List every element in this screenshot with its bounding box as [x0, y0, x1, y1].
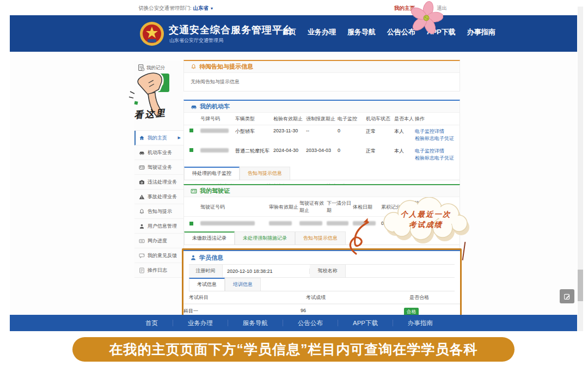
- top-strip: 切换公安交通管理部门: 山东省 ▼ 我的主页 退出: [10, 0, 577, 15]
- chevron-right-icon: ▶: [178, 136, 181, 140]
- switch-label: 切换公安交通管理部门:: [138, 5, 192, 11]
- sidebar-item-label: 网办进度: [148, 237, 167, 245]
- footer-nav: 首页 业务办理 服务导航 公告公布 APP下载 办事指南: [10, 315, 577, 331]
- student-tabs: 考试信息 培训信息: [189, 278, 455, 291]
- redacted-plate: [200, 129, 229, 133]
- redacted-license-number: [200, 221, 255, 225]
- reg-time-label: 注册时间: [189, 265, 223, 277]
- section-title: 学员信息: [199, 254, 223, 262]
- tab-notices-info[interactable]: 告知与提示信息: [240, 167, 290, 180]
- caret-down-icon: ▼: [210, 7, 213, 10]
- nav-service-guide[interactable]: 服务导航: [347, 27, 376, 37]
- main-area: 我的记分 0 我的主页 ▶ 机动车业务: [10, 52, 577, 315]
- exam-table-header: 考试科目 考试成绩 是否合格: [183, 291, 460, 304]
- department-switcher[interactable]: 切换公安交通管理部门: 山东省 ▼: [138, 5, 213, 12]
- footer-business[interactable]: 业务办理: [173, 320, 228, 326]
- person-icon: [190, 254, 197, 261]
- sidebar-item-violation-business[interactable]: 违法处理业务: [134, 175, 183, 190]
- scrollbar-track[interactable]: [578, 7, 583, 331]
- pencil-icon: [564, 293, 571, 300]
- tab-notices-info[interactable]: 告知与提示信息: [295, 231, 346, 245]
- sidebar-item-vehicle-business[interactable]: 机动车业务: [134, 145, 183, 160]
- sidebar-item-accident-business[interactable]: 事故处理业务: [134, 190, 183, 204]
- id-card-icon: [139, 164, 145, 170]
- id-card-icon: [191, 188, 197, 194]
- green-square-marker: [189, 148, 193, 152]
- vehicle-row: 普通二轮摩托车 2024-04-30 2033-04-03 0 正常 本人 电子…: [184, 145, 460, 164]
- tab-pending-monitoring[interactable]: 待处理的电子监控: [184, 167, 240, 180]
- footer-service-guide[interactable]: 服务导航: [228, 320, 283, 326]
- sidebar-item-label: 机动车业务: [148, 149, 172, 156]
- redacted-date: [269, 221, 292, 225]
- inspection-cert-link[interactable]: 检验标志电子凭证: [415, 135, 460, 142]
- tab-exam-info[interactable]: 考试信息: [189, 278, 225, 291]
- green-square-marker: [189, 129, 193, 132]
- scrollbar-thumb[interactable]: [578, 270, 583, 301]
- tab-training-info[interactable]: 培训信息: [225, 278, 261, 291]
- camera-icon: [139, 179, 145, 185]
- car-icon: [139, 150, 145, 156]
- school-name-label: 驾校名称: [310, 265, 346, 277]
- exam-score-cloud-sticker: 个人最近一次 考试成绩: [377, 197, 474, 245]
- monitoring-detail-link[interactable]: 电子监控详情: [415, 128, 460, 135]
- sidebar-item-label: 事故处理业务: [148, 193, 177, 200]
- feedback-edit-button[interactable]: [560, 289, 574, 303]
- section-title: 待阅告知与提示信息: [199, 63, 253, 71]
- student-fields: 注册时间 2020-12-10 18:38:21 驾校名称: [189, 264, 455, 278]
- bell-icon: [191, 64, 197, 70]
- tab-unpaid-violations[interactable]: 未缴款违法记录: [184, 231, 235, 245]
- feedback-pen-icon: [139, 253, 145, 259]
- section-title: 我的机动车: [200, 102, 230, 111]
- region-value[interactable]: 山东省: [193, 5, 209, 11]
- section-student-info-highlighted: 学员信息 注册时间 2020-12-10 18:38:21 驾校名称 考试信息 …: [182, 248, 462, 321]
- main-nav: 首页 业务办理 服务导航 公告公布 APP下载 办事指南: [282, 27, 495, 37]
- footer-announcements[interactable]: 公告公布: [283, 320, 338, 326]
- nav-work-guide[interactable]: 办事指南: [467, 27, 495, 37]
- sidebar-item-my-homepage[interactable]: 我的主页 ▶: [134, 131, 183, 145]
- footer-work-guide[interactable]: 办事指南: [393, 320, 448, 326]
- sidebar-menu: 我的主页 ▶ 机动车业务 驾驶证业务 违法处理业务: [134, 130, 183, 278]
- progress-card-icon: [139, 238, 145, 244]
- inspection-cert-link[interactable]: 检验标志电子凭证: [415, 155, 460, 162]
- browser-page: 切换公安交通管理部门: 山东省 ▼ 我的主页 退出 交通安全综合服务管理平台 山…: [10, 0, 577, 331]
- sidebar-item-online-progress[interactable]: 网办进度: [134, 234, 183, 248]
- log-icon: [139, 267, 145, 273]
- reg-time-value: 2020-12-10 18:38:21: [223, 269, 310, 274]
- platform-subtitle: 山东省公安厅交通管理局: [169, 37, 223, 44]
- curly-arrow-annotation: [344, 213, 385, 256]
- section-title: 我的驾驶证: [200, 187, 230, 195]
- warning-triangle-icon: [139, 194, 145, 200]
- sidebar-item-label: 违法处理业务: [148, 179, 177, 186]
- home-icon: [139, 135, 145, 141]
- section-pending-notices: 待阅告知与提示信息 无待阅告知与提示信息: [183, 60, 460, 91]
- footer-home[interactable]: 首页: [131, 320, 173, 326]
- vehicle-table-header: 号牌号码 车辆类型 检验有效期止 强制报废期止 电子监控 机动车状态 是否本人 …: [184, 113, 460, 125]
- footer-app-download[interactable]: APP下载: [338, 320, 393, 326]
- screenshot-canvas: 切换公安交通管理部门: 山东省 ▼ 我的主页 退出 交通安全综合服务管理平台 山…: [0, 0, 588, 366]
- sidebar-item-license-business[interactable]: 驾驶证业务: [134, 160, 183, 175]
- sidebar-item-label: 我的主页: [148, 135, 167, 142]
- platform-title: 交通安全综合服务管理平台: [169, 23, 293, 36]
- cloud-text-line1: 个人最近一次: [377, 209, 474, 219]
- nav-business[interactable]: 业务办理: [308, 27, 336, 37]
- site-header: 交通安全综合服务管理平台 山东省公安厅交通管理局 首页 业务办理 服务导航 公告…: [10, 15, 577, 52]
- nav-home[interactable]: 首页: [282, 27, 296, 37]
- tab-compulsory-measures[interactable]: 未处理强制措施记录: [235, 231, 295, 245]
- redacted-date: [299, 221, 322, 225]
- person-icon: [139, 223, 145, 229]
- tutorial-caption: 在我的主页页面下方“学员信息”栏目内可查询在学学员各科: [72, 337, 514, 362]
- sidebar-item-notices[interactable]: 告知与提示: [134, 204, 183, 219]
- sidebar-item-operation-log[interactable]: 操作日志: [134, 263, 183, 278]
- sidebar-item-user-info[interactable]: 用户信息管理: [134, 219, 183, 234]
- sidebar-item-feedback[interactable]: 我的意见反馈: [134, 248, 183, 263]
- flower-sticker: [409, 0, 443, 35]
- notices-empty-text: 无待阅告知与提示信息: [184, 73, 460, 91]
- redacted-plate: [200, 148, 229, 152]
- monitoring-detail-link[interactable]: 电子监控详情: [415, 148, 460, 155]
- sidebar-item-label: 操作日志: [148, 267, 167, 274]
- police-emblem-logo: [139, 21, 164, 46]
- car-icon: [191, 103, 197, 110]
- cloud-text-line2: 考试成绩: [377, 219, 474, 230]
- vehicle-row: 小型轿车 2023-11-30 -- 0 正常 本人 电子监控详情检验标志电子凭…: [184, 125, 460, 145]
- vehicle-tabs: 待处理的电子监控 告知与提示信息: [184, 167, 460, 180]
